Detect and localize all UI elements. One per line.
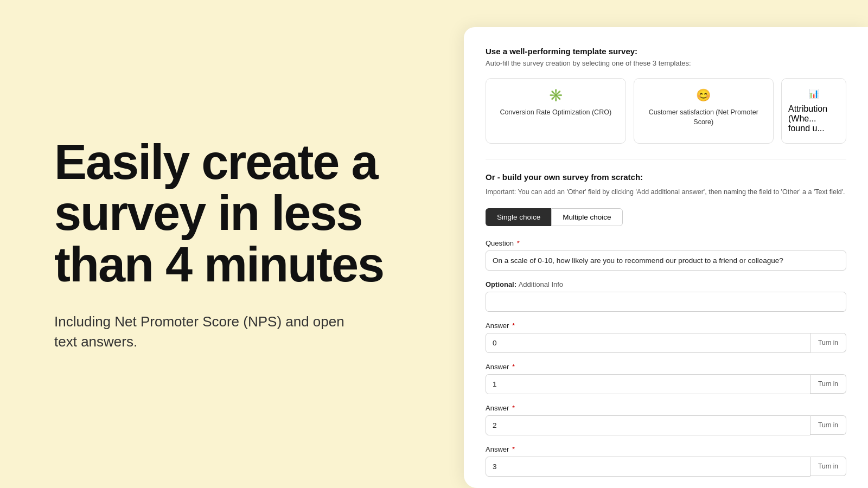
template-section: Use a well-performing template survey: A… — [486, 47, 846, 144]
turn-in-button-3[interactable]: Turn in — [810, 457, 846, 476]
answer-group-0: Answer * Turn in — [486, 322, 846, 353]
answer-group-3: Answer * Turn in — [486, 445, 846, 477]
turn-in-button-2[interactable]: Turn in — [810, 415, 846, 435]
answer-row-3: Turn in — [486, 457, 846, 477]
template-attribution-icon: 📊 — [808, 88, 819, 99]
answer-row-1: Turn in — [486, 374, 846, 394]
answer-label-1: Answer * — [486, 363, 846, 371]
left-panel: Easily create a survey in less than 4 mi… — [0, 0, 464, 488]
template-nps-name: Customer satisfaction (Net Promoter Scor… — [643, 108, 765, 127]
optional-group: Optional: Additional Info — [486, 280, 846, 312]
turn-in-button-1[interactable]: Turn in — [810, 374, 846, 394]
build-section: Or - build your own survey from scratch:… — [486, 172, 846, 477]
template-card-attribution[interactable]: 📊 Attribution (Whe...found u... — [781, 78, 846, 144]
section-divider — [486, 159, 846, 159]
answer-input-2[interactable] — [486, 415, 810, 435]
template-cro-icon: ✳️ — [548, 88, 563, 102]
answer-label-2: Answer * — [486, 404, 846, 412]
question-input[interactable] — [486, 251, 846, 271]
right-panel: Use a well-performing template survey: A… — [464, 27, 868, 488]
templates-row: ✳️ Conversion Rate Optimization (CRO) 😊 … — [486, 78, 846, 144]
choice-type-toggle: Single choice Multiple choice — [486, 208, 846, 226]
build-title: Or - build your own survey from scratch: — [486, 172, 846, 182]
answer-row-0: Turn in — [486, 333, 846, 353]
single-choice-button[interactable]: Single choice — [486, 208, 551, 226]
template-section-title: Use a well-performing template survey: — [486, 47, 846, 56]
template-section-subtitle: Auto-fill the survey creation by selecti… — [486, 59, 846, 67]
template-attribution-name: Attribution (Whe...found u... — [788, 104, 839, 133]
template-card-cro[interactable]: ✳️ Conversion Rate Optimization (CRO) — [486, 78, 626, 144]
optional-input[interactable] — [486, 292, 846, 312]
important-note: Important: You can add an 'Other' field … — [486, 187, 846, 197]
template-nps-icon: 😊 — [696, 88, 711, 102]
turn-in-button-0[interactable]: Turn in — [810, 333, 846, 352]
answer-input-1[interactable] — [486, 374, 810, 394]
subtext: Including Net Promoter Score (NPS) and o… — [54, 312, 369, 351]
answer-row-2: Turn in — [486, 415, 846, 435]
multiple-choice-button[interactable]: Multiple choice — [551, 208, 622, 226]
answer-group-2: Answer * Turn in — [486, 404, 846, 435]
optional-label: Optional: Additional Info — [486, 280, 846, 288]
answer-group-1: Answer * Turn in — [486, 363, 846, 394]
question-label: Question * — [486, 239, 846, 247]
headline: Easily create a survey in less than 4 mi… — [54, 137, 410, 291]
question-group: Question * — [486, 239, 846, 271]
template-card-nps[interactable]: 😊 Customer satisfaction (Net Promoter Sc… — [634, 78, 774, 144]
answer-input-0[interactable] — [486, 333, 810, 353]
answer-label-3: Answer * — [486, 445, 846, 453]
answer-label-0: Answer * — [486, 322, 846, 330]
template-cro-name: Conversion Rate Optimization (CRO) — [500, 108, 611, 118]
answer-input-3[interactable] — [486, 457, 810, 477]
